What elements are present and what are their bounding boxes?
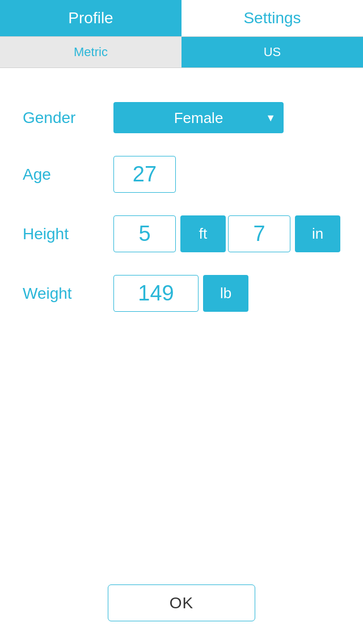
top-tab-bar: Profile Settings [0, 0, 363, 37]
gender-select[interactable]: Female Male Other [113, 102, 284, 133]
weight-controls: lb [113, 275, 340, 312]
height-controls: ft in [113, 215, 340, 252]
height-in-input[interactable] [228, 215, 290, 252]
height-ft-input[interactable] [113, 215, 176, 252]
unit-metric[interactable]: Metric [0, 37, 182, 67]
weight-label: Weight [23, 285, 113, 303]
height-row: Height ft in [23, 215, 340, 252]
ok-section: OK [108, 584, 255, 621]
age-controls [113, 156, 340, 193]
height-label: Height [23, 225, 113, 243]
unit-us[interactable]: US [182, 37, 363, 67]
gender-label: Gender [23, 109, 113, 127]
height-ft-unit-badge: ft [180, 215, 226, 252]
age-label: Age [23, 166, 113, 184]
gender-controls: Female Male Other [113, 102, 340, 133]
gender-row: Gender Female Male Other [23, 102, 340, 133]
height-in-unit-badge: in [295, 215, 340, 252]
tab-settings[interactable]: Settings [182, 0, 363, 36]
weight-row: Weight lb [23, 275, 340, 312]
ok-button[interactable]: OK [108, 584, 255, 621]
weight-unit-badge: lb [203, 275, 248, 312]
gender-dropdown-wrapper[interactable]: Female Male Other [113, 102, 284, 133]
unit-toggle-bar: Metric US [0, 37, 363, 68]
age-input[interactable] [113, 156, 176, 193]
tab-profile[interactable]: Profile [0, 0, 182, 36]
weight-input[interactable] [113, 275, 199, 312]
age-row: Age [23, 156, 340, 193]
form-area: Gender Female Male Other Age Height ft i… [0, 68, 363, 323]
